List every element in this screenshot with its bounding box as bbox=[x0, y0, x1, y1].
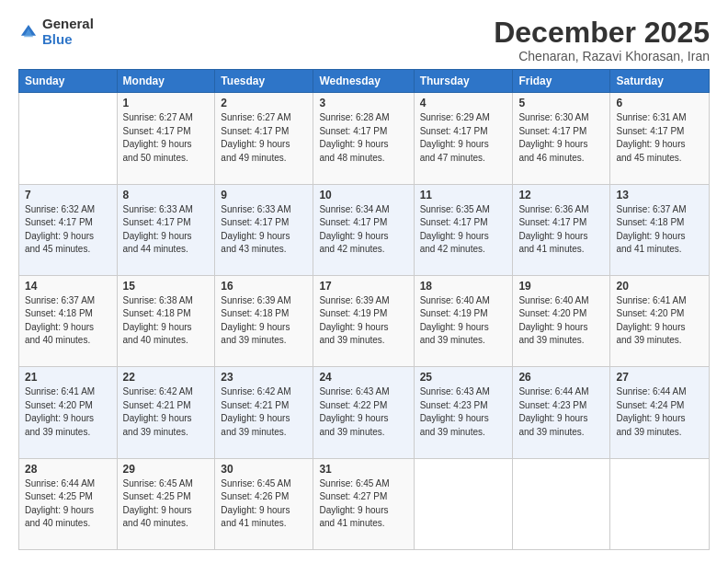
day-info: Sunrise: 6:44 AM Sunset: 4:23 PM Dayligh… bbox=[518, 385, 604, 439]
calendar-cell: 25Sunrise: 6:43 AM Sunset: 4:23 PM Dayli… bbox=[414, 367, 513, 458]
calendar-header-row: Sunday Monday Tuesday Wednesday Thursday… bbox=[19, 70, 710, 93]
calendar-cell: 13Sunrise: 6:37 AM Sunset: 4:18 PM Dayli… bbox=[610, 184, 710, 275]
day-info: Sunrise: 6:27 AM Sunset: 4:17 PM Dayligh… bbox=[123, 111, 210, 165]
day-number: 12 bbox=[518, 189, 604, 201]
day-number: 11 bbox=[420, 189, 507, 201]
calendar-cell: 28Sunrise: 6:44 AM Sunset: 4:25 PM Dayli… bbox=[19, 458, 118, 549]
header-row: General Blue December 2025 Chenaran, Raz… bbox=[18, 17, 710, 63]
header-sunday: Sunday bbox=[19, 70, 118, 93]
calendar-cell: 3Sunrise: 6:28 AM Sunset: 4:17 PM Daylig… bbox=[313, 93, 414, 184]
calendar-cell: 16Sunrise: 6:39 AM Sunset: 4:18 PM Dayli… bbox=[215, 275, 313, 366]
day-number: 8 bbox=[123, 189, 210, 201]
day-info: Sunrise: 6:43 AM Sunset: 4:23 PM Dayligh… bbox=[420, 385, 507, 439]
day-number: 31 bbox=[319, 463, 407, 476]
day-number: 23 bbox=[221, 371, 307, 384]
calendar-cell: 18Sunrise: 6:40 AM Sunset: 4:19 PM Dayli… bbox=[414, 275, 513, 366]
day-number: 24 bbox=[319, 371, 407, 384]
calendar-cell: 10Sunrise: 6:34 AM Sunset: 4:17 PM Dayli… bbox=[313, 184, 414, 275]
calendar-cell: 22Sunrise: 6:42 AM Sunset: 4:21 PM Dayli… bbox=[117, 367, 215, 458]
calendar-cell: 20Sunrise: 6:41 AM Sunset: 4:20 PM Dayli… bbox=[610, 275, 710, 366]
day-info: Sunrise: 6:42 AM Sunset: 4:21 PM Dayligh… bbox=[221, 385, 307, 439]
calendar-cell: 9Sunrise: 6:33 AM Sunset: 4:17 PM Daylig… bbox=[215, 184, 313, 275]
day-number: 16 bbox=[221, 280, 307, 293]
calendar-week-0: 1Sunrise: 6:27 AM Sunset: 4:17 PM Daylig… bbox=[19, 93, 710, 184]
day-info: Sunrise: 6:41 AM Sunset: 4:20 PM Dayligh… bbox=[25, 385, 111, 439]
day-info: Sunrise: 6:35 AM Sunset: 4:17 PM Dayligh… bbox=[420, 203, 507, 257]
day-number: 13 bbox=[616, 189, 703, 201]
day-info: Sunrise: 6:33 AM Sunset: 4:17 PM Dayligh… bbox=[123, 203, 210, 257]
logo: General Blue bbox=[18, 17, 94, 47]
day-info: Sunrise: 6:32 AM Sunset: 4:17 PM Dayligh… bbox=[25, 203, 111, 257]
day-number: 17 bbox=[319, 280, 407, 293]
day-number: 3 bbox=[319, 97, 407, 109]
calendar-cell: 31Sunrise: 6:45 AM Sunset: 4:27 PM Dayli… bbox=[313, 458, 414, 549]
day-number: 4 bbox=[420, 97, 507, 109]
day-number: 14 bbox=[25, 280, 111, 293]
day-number: 19 bbox=[518, 280, 604, 293]
logo-general: General bbox=[42, 17, 94, 32]
calendar-cell: 1Sunrise: 6:27 AM Sunset: 4:17 PM Daylig… bbox=[117, 93, 215, 184]
header-tuesday: Tuesday bbox=[215, 70, 313, 93]
day-info: Sunrise: 6:39 AM Sunset: 4:19 PM Dayligh… bbox=[319, 294, 407, 348]
day-info: Sunrise: 6:40 AM Sunset: 4:19 PM Dayligh… bbox=[420, 294, 507, 348]
calendar-cell: 5Sunrise: 6:30 AM Sunset: 4:17 PM Daylig… bbox=[513, 93, 610, 184]
day-number: 22 bbox=[123, 371, 210, 384]
day-number: 7 bbox=[25, 189, 111, 201]
day-info: Sunrise: 6:45 AM Sunset: 4:27 PM Dayligh… bbox=[319, 477, 407, 531]
calendar-cell: 6Sunrise: 6:31 AM Sunset: 4:17 PM Daylig… bbox=[610, 93, 710, 184]
day-info: Sunrise: 6:34 AM Sunset: 4:17 PM Dayligh… bbox=[319, 203, 407, 257]
calendar-cell: 4Sunrise: 6:29 AM Sunset: 4:17 PM Daylig… bbox=[414, 93, 513, 184]
calendar-cell: 19Sunrise: 6:40 AM Sunset: 4:20 PM Dayli… bbox=[513, 275, 610, 366]
day-info: Sunrise: 6:45 AM Sunset: 4:26 PM Dayligh… bbox=[221, 477, 307, 531]
calendar-week-3: 21Sunrise: 6:41 AM Sunset: 4:20 PM Dayli… bbox=[19, 367, 710, 458]
day-info: Sunrise: 6:27 AM Sunset: 4:17 PM Dayligh… bbox=[221, 111, 307, 165]
day-number: 15 bbox=[123, 280, 210, 293]
day-number: 20 bbox=[616, 280, 703, 293]
header-saturday: Saturday bbox=[610, 70, 710, 93]
day-number: 10 bbox=[319, 189, 407, 201]
calendar-cell: 2Sunrise: 6:27 AM Sunset: 4:17 PM Daylig… bbox=[215, 93, 313, 184]
day-number: 28 bbox=[25, 463, 111, 476]
calendar-cell: 29Sunrise: 6:45 AM Sunset: 4:25 PM Dayli… bbox=[117, 458, 215, 549]
header-wednesday: Wednesday bbox=[313, 70, 414, 93]
day-info: Sunrise: 6:41 AM Sunset: 4:20 PM Dayligh… bbox=[616, 294, 703, 348]
day-info: Sunrise: 6:44 AM Sunset: 4:24 PM Dayligh… bbox=[616, 385, 703, 439]
day-info: Sunrise: 6:33 AM Sunset: 4:17 PM Dayligh… bbox=[221, 203, 307, 257]
subtitle: Chenaran, Razavi Khorasan, Iran bbox=[494, 49, 710, 63]
calendar-cell: 21Sunrise: 6:41 AM Sunset: 4:20 PM Dayli… bbox=[19, 367, 118, 458]
calendar-cell: 27Sunrise: 6:44 AM Sunset: 4:24 PM Dayli… bbox=[610, 367, 710, 458]
day-info: Sunrise: 6:45 AM Sunset: 4:25 PM Dayligh… bbox=[123, 477, 210, 531]
day-info: Sunrise: 6:40 AM Sunset: 4:20 PM Dayligh… bbox=[518, 294, 604, 348]
calendar-cell: 11Sunrise: 6:35 AM Sunset: 4:17 PM Dayli… bbox=[414, 184, 513, 275]
day-number: 29 bbox=[123, 463, 210, 476]
day-number: 30 bbox=[221, 463, 307, 476]
calendar-cell: 24Sunrise: 6:43 AM Sunset: 4:22 PM Dayli… bbox=[313, 367, 414, 458]
day-info: Sunrise: 6:30 AM Sunset: 4:17 PM Dayligh… bbox=[518, 111, 604, 165]
day-info: Sunrise: 6:29 AM Sunset: 4:17 PM Dayligh… bbox=[420, 111, 507, 165]
calendar-cell: 15Sunrise: 6:38 AM Sunset: 4:18 PM Dayli… bbox=[117, 275, 215, 366]
calendar-cell bbox=[414, 458, 513, 549]
calendar-cell: 26Sunrise: 6:44 AM Sunset: 4:23 PM Dayli… bbox=[513, 367, 610, 458]
day-info: Sunrise: 6:39 AM Sunset: 4:18 PM Dayligh… bbox=[221, 294, 307, 348]
calendar-cell bbox=[19, 93, 118, 184]
page: General Blue December 2025 Chenaran, Raz… bbox=[0, 0, 728, 563]
logo-icon bbox=[18, 22, 39, 42]
calendar-cell: 30Sunrise: 6:45 AM Sunset: 4:26 PM Dayli… bbox=[215, 458, 313, 549]
day-info: Sunrise: 6:28 AM Sunset: 4:17 PM Dayligh… bbox=[319, 111, 407, 165]
day-number: 6 bbox=[616, 97, 703, 109]
header-thursday: Thursday bbox=[414, 70, 513, 93]
day-info: Sunrise: 6:37 AM Sunset: 4:18 PM Dayligh… bbox=[25, 294, 111, 348]
logo-blue: Blue bbox=[42, 32, 94, 48]
main-title: December 2025 bbox=[494, 17, 710, 49]
day-number: 2 bbox=[221, 97, 307, 109]
day-number: 27 bbox=[616, 371, 703, 384]
header-friday: Friday bbox=[513, 70, 610, 93]
logo-text: General Blue bbox=[42, 17, 94, 47]
calendar-cell bbox=[513, 458, 610, 549]
calendar-cell: 8Sunrise: 6:33 AM Sunset: 4:17 PM Daylig… bbox=[117, 184, 215, 275]
day-info: Sunrise: 6:36 AM Sunset: 4:17 PM Dayligh… bbox=[518, 203, 604, 257]
day-number: 21 bbox=[25, 371, 111, 384]
day-info: Sunrise: 6:43 AM Sunset: 4:22 PM Dayligh… bbox=[319, 385, 407, 439]
day-info: Sunrise: 6:37 AM Sunset: 4:18 PM Dayligh… bbox=[616, 203, 703, 257]
day-info: Sunrise: 6:31 AM Sunset: 4:17 PM Dayligh… bbox=[616, 111, 703, 165]
